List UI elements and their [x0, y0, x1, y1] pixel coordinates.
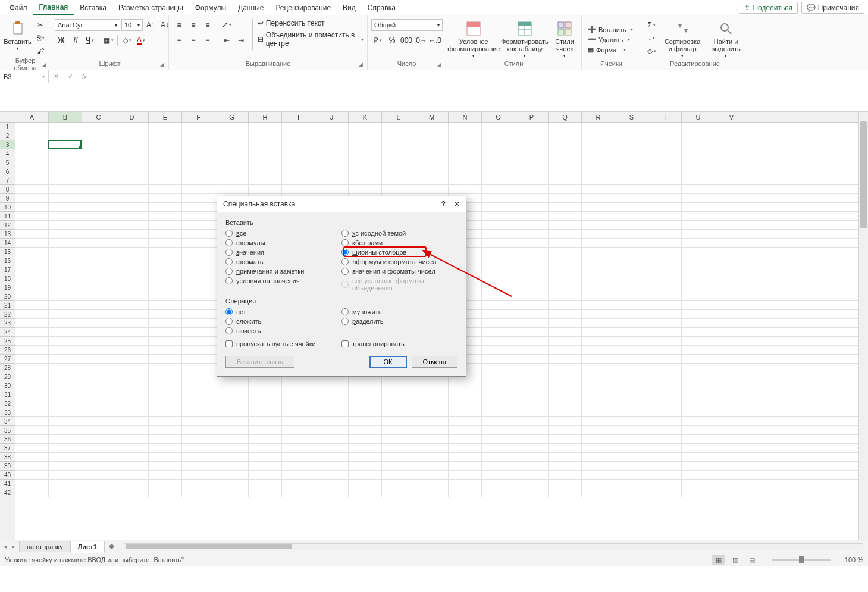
row-header-9[interactable]: 9: [0, 194, 15, 203]
align-launcher[interactable]: ◢: [359, 61, 366, 68]
row-header-41[interactable]: 41: [0, 480, 15, 488]
row-header-36[interactable]: 36: [0, 435, 15, 444]
comma-button[interactable]: 000: [400, 35, 413, 46]
insert-cells-button[interactable]: ➕Вставить: [585, 25, 635, 34]
row-header-31[interactable]: 31: [0, 390, 15, 399]
paste-button[interactable]: Вставить ▾: [4, 19, 32, 52]
row-header-40[interactable]: 40: [0, 471, 15, 480]
column-headers[interactable]: ABCDEFGHIJKLMNOPQRSTUV: [15, 112, 858, 123]
row-header-8[interactable]: 8: [0, 185, 15, 194]
radio-paste-2[interactable]: ширины столбцов: [341, 249, 457, 256]
row-header-10[interactable]: 10: [0, 203, 15, 212]
row-header-14[interactable]: 14: [0, 239, 15, 248]
col-header-C[interactable]: C: [82, 112, 115, 122]
percent-button[interactable]: %: [386, 35, 399, 46]
row-header-16[interactable]: 16: [0, 256, 15, 265]
col-header-J[interactable]: J: [315, 112, 349, 122]
vertical-scrollbar[interactable]: [858, 112, 868, 540]
col-header-F[interactable]: F: [182, 112, 215, 122]
row-header-2[interactable]: 2: [0, 131, 15, 140]
col-header-I[interactable]: I: [282, 112, 315, 122]
ok-button[interactable]: ОК: [369, 356, 407, 368]
row-header-34[interactable]: 34: [0, 417, 15, 426]
decrease-decimal-button[interactable]: ←.0: [428, 35, 441, 46]
row-header-6[interactable]: 6: [0, 167, 15, 176]
page-layout-view-button[interactable]: ▥: [729, 555, 742, 565]
share-button[interactable]: ⇪Поделиться: [739, 2, 797, 14]
borders-button[interactable]: ▦: [102, 35, 115, 46]
radio-paste-0[interactable]: все: [225, 230, 341, 237]
sheet-tab-1[interactable]: Лист1: [70, 541, 105, 553]
delete-cells-button[interactable]: ➖Удалить: [585, 35, 632, 44]
col-header-O[interactable]: O: [482, 112, 515, 122]
row-header-7[interactable]: 7: [0, 176, 15, 185]
radio-paste-3[interactable]: форматы: [225, 258, 341, 265]
number-format-select[interactable]: Общий▾: [371, 19, 443, 31]
row-header-15[interactable]: 15: [0, 248, 15, 256]
cancel-formula-button[interactable]: ✕: [49, 73, 63, 80]
align-top-button[interactable]: ≡: [173, 19, 186, 31]
col-header-E[interactable]: E: [149, 112, 182, 122]
radio-op-0[interactable]: муножить: [341, 308, 457, 315]
radio-paste-1[interactable]: формулы: [225, 239, 341, 246]
menu-page-layout[interactable]: Разметка страницы: [112, 1, 189, 14]
sort-filter-button[interactable]: Сортировка и фильтр▾: [660, 19, 704, 59]
autosum-button[interactable]: Σ: [645, 19, 658, 31]
zoom-in-button[interactable]: +: [837, 556, 841, 563]
row-header-19[interactable]: 19: [0, 283, 15, 292]
zoom-slider[interactable]: [772, 559, 831, 561]
horizontal-scrollbar[interactable]: [124, 543, 863, 550]
menu-formulas[interactable]: Формулы: [189, 1, 232, 14]
radio-paste-4[interactable]: значения и форматы чисел: [341, 268, 457, 275]
underline-button[interactable]: Ч: [83, 35, 96, 46]
col-header-G[interactable]: G: [215, 112, 249, 122]
clipboard-launcher[interactable]: ◢: [42, 61, 49, 68]
align-middle-button[interactable]: ≡: [187, 19, 200, 31]
increase-indent-button[interactable]: ⇥: [234, 35, 247, 46]
row-header-39[interactable]: 39: [0, 462, 15, 471]
font-color-button[interactable]: A: [134, 35, 148, 46]
row-header-21[interactable]: 21: [0, 301, 15, 310]
conditional-formatting-button[interactable]: Условное форматирование▾: [450, 19, 498, 59]
radio-paste-0[interactable]: хс исодной темой: [341, 230, 457, 237]
dialog-titlebar[interactable]: Специальная вставка ? ✕: [217, 196, 466, 212]
page-break-view-button[interactable]: ▤: [745, 555, 759, 565]
increase-decimal-button[interactable]: .0→: [414, 35, 427, 46]
transpose-checkbox[interactable]: транспонировать: [341, 340, 457, 347]
radio-paste-4[interactable]: примечания и заметки: [225, 268, 341, 275]
format-as-table-button[interactable]: Форматировать как таблицу▾: [500, 19, 549, 59]
copy-button[interactable]: ⎘: [34, 32, 47, 44]
radio-paste-2[interactable]: значения: [225, 249, 341, 256]
add-sheet-button[interactable]: ⊕: [104, 543, 119, 550]
col-header-H[interactable]: H: [249, 112, 282, 122]
font-launcher[interactable]: ◢: [160, 61, 167, 68]
row-header-32[interactable]: 32: [0, 399, 15, 408]
col-header-Q[interactable]: Q: [549, 112, 582, 122]
insert-function-button[interactable]: fx: [77, 73, 92, 80]
sheet-nav-last[interactable]: ▸: [12, 543, 15, 550]
fill-color-button[interactable]: ◇: [120, 35, 133, 46]
col-header-B[interactable]: B: [49, 112, 82, 122]
row-header-38[interactable]: 38: [0, 453, 15, 462]
menu-data[interactable]: Данные: [232, 1, 270, 14]
col-header-D[interactable]: D: [115, 112, 149, 122]
row-header-3[interactable]: 3: [0, 140, 15, 149]
format-painter-button[interactable]: 🖌: [34, 45, 47, 57]
bold-button[interactable]: Ж: [55, 35, 68, 46]
row-header-17[interactable]: 17: [0, 265, 15, 274]
paste-link-button[interactable]: Вставить связь: [225, 356, 294, 368]
font-name-select[interactable]: Arial Cyr▾: [55, 19, 120, 31]
row-header-28[interactable]: 28: [0, 364, 15, 372]
formula-input[interactable]: [92, 70, 868, 83]
row-header-20[interactable]: 20: [0, 292, 15, 301]
row-header-4[interactable]: 4: [0, 149, 15, 158]
menu-view[interactable]: Вид: [337, 1, 362, 14]
align-bottom-button[interactable]: ≡: [201, 19, 214, 31]
row-header-24[interactable]: 24: [0, 328, 15, 337]
row-header-13[interactable]: 13: [0, 230, 15, 239]
normal-view-button[interactable]: ▦: [712, 555, 725, 565]
menu-help[interactable]: Справка: [362, 1, 402, 14]
decrease-indent-button[interactable]: ⇤: [220, 35, 233, 46]
select-all-corner[interactable]: [0, 112, 15, 123]
row-header-22[interactable]: 22: [0, 310, 15, 319]
